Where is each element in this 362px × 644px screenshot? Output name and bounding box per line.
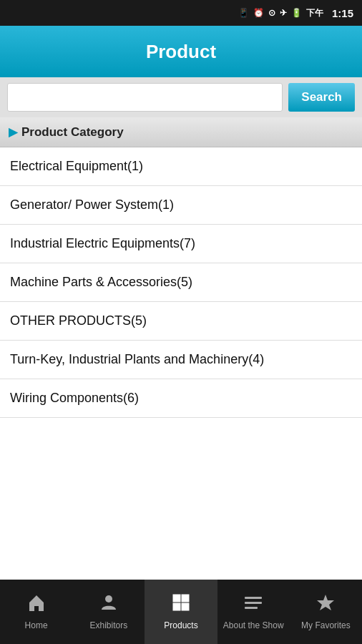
about-icon: [243, 592, 263, 618]
status-icons: 📱 ⏰ ⊙ ✈ 🔋 下午 1:15: [238, 7, 353, 19]
svg-rect-4: [182, 603, 189, 610]
svg-rect-7: [245, 607, 258, 609]
header: Product: [0, 26, 362, 77]
nav-item-home[interactable]: Home: [0, 580, 72, 644]
list-item[interactable]: Generator/ Power System(1): [0, 186, 362, 225]
alarm-icon: ⏰: [253, 8, 264, 18]
airplane-icon: ✈: [280, 8, 287, 18]
page-title: Product: [146, 41, 216, 63]
svg-rect-2: [182, 595, 189, 602]
svg-rect-1: [173, 595, 180, 602]
svg-rect-3: [173, 603, 180, 610]
about-label: About the Show: [223, 620, 284, 630]
nav-item-products[interactable]: Products: [145, 580, 217, 644]
category-header-label: Product Category: [21, 125, 124, 140]
category-list: Electrical Equipment(1)Generator/ Power …: [0, 147, 362, 418]
favorites-icon: [315, 592, 336, 618]
list-item[interactable]: OTHER PRODUCTS(5): [0, 302, 362, 341]
sim-icon: 📱: [238, 8, 249, 18]
category-header: ▶ Product Category: [0, 117, 362, 147]
search-bar: Search: [0, 77, 362, 117]
svg-rect-5: [245, 597, 262, 599]
search-button[interactable]: Search: [288, 83, 355, 112]
nav-item-favorites[interactable]: My Favorites: [290, 580, 362, 644]
svg-rect-6: [245, 602, 262, 604]
products-label: Products: [164, 620, 197, 630]
category-arrow-icon: ▶: [9, 125, 17, 139]
list-item[interactable]: Turn-Key, Industrial Plants and Machiner…: [0, 341, 362, 379]
nav-item-about[interactable]: About the Show: [217, 580, 290, 644]
battery-icon: 🔋: [291, 8, 302, 18]
list-item[interactable]: Industrial Electric Equipments(7): [0, 225, 362, 263]
list-item[interactable]: Machine Parts & Accessories(5): [0, 263, 362, 302]
bottom-nav: HomeExhibitorsProductsAbout the ShowMy F…: [0, 580, 362, 644]
exhibitors-icon: [99, 592, 119, 618]
favorites-label: My Favorites: [301, 620, 351, 630]
wifi-icon: ⊙: [268, 8, 275, 18]
list-item[interactable]: Wiring Components(6): [0, 379, 362, 418]
home-icon: [26, 592, 47, 618]
svg-marker-8: [317, 595, 334, 610]
list-item[interactable]: Electrical Equipment(1): [0, 147, 362, 186]
products-icon: [171, 592, 191, 618]
search-input[interactable]: [7, 83, 283, 112]
content-area: Search ▶ Product Category Electrical Equ…: [0, 77, 362, 580]
nav-item-exhibitors[interactable]: Exhibitors: [72, 580, 145, 644]
exhibitors-label: Exhibitors: [89, 620, 127, 630]
svg-point-0: [105, 595, 112, 602]
status-bar: 📱 ⏰ ⊙ ✈ 🔋 下午 1:15: [0, 0, 362, 26]
home-label: Home: [25, 620, 48, 630]
status-time: 1:15: [332, 7, 353, 19]
time-period: 下午: [306, 7, 323, 19]
